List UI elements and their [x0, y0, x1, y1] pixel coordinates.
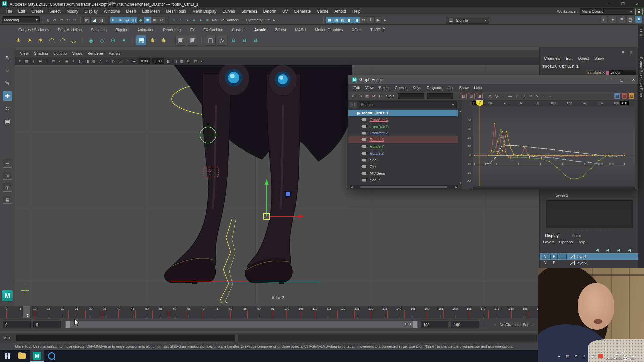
graph-editor-menu-show[interactable]: Show [456, 86, 471, 90]
graph-editor-mode-icon[interactable]: ▦ [614, 93, 620, 99]
select-hierarchy-icon[interactable]: ◩ [83, 16, 91, 24]
shelf-tab-sculpting[interactable]: Sculpting [87, 26, 111, 34]
menu-item-deform[interactable]: Deform [260, 9, 279, 14]
shelf-tab-custom[interactable]: Custom [228, 26, 250, 34]
fixed-tangent-icon[interactable]: ↘ [534, 93, 540, 99]
keyframe-dot[interactable] [573, 155, 574, 156]
keyframe-dot[interactable] [517, 156, 518, 158]
animation-start-field[interactable]: 0 [3, 321, 31, 328]
unify-tangent-icon[interactable]: ⌄ [547, 93, 553, 99]
stacked-view-icon[interactable]: ◫ [468, 93, 475, 99]
keyframe-dot[interactable] [497, 140, 498, 142]
tiny-asterisk-icon[interactable]: ∗ [204, 17, 211, 23]
timeline-keyframe-tick[interactable] [102, 310, 102, 319]
keyframe-dot[interactable] [560, 155, 562, 157]
curve-plot-area[interactable] [473, 106, 635, 186]
keyframe-dot[interactable] [527, 154, 529, 155]
shelf-tab-fx[interactable]: FX [185, 26, 199, 34]
keyframe-dot[interactable] [493, 151, 495, 152]
viewport-22-icon[interactable]: ▦ [179, 58, 185, 64]
keyframe-dot[interactable] [538, 147, 540, 149]
absolute-view-icon[interactable]: ◧ [460, 93, 467, 99]
viewport-menu-renderer[interactable]: Renderer [85, 51, 106, 55]
expand-arrow-icon[interactable]: ▸ [271, 17, 277, 23]
keyframe-dot[interactable] [546, 148, 547, 150]
shelf-tab-xgen[interactable]: XGen [347, 26, 366, 34]
render-sequence-icon[interactable]: ◨ [353, 17, 360, 23]
lighting-icon[interactable]: ◧ [77, 58, 84, 64]
new-empty-layer-icon[interactable]: ◀ [615, 247, 622, 253]
keyframe-dot[interactable] [586, 155, 587, 156]
menu-item-mesh-tools[interactable]: Mesh Tools [163, 9, 189, 14]
keyframe-dot[interactable] [529, 155, 530, 157]
timeline-keyframe-tick[interactable] [186, 310, 186, 319]
ipr-frame-icon[interactable]: ▢ [205, 35, 216, 46]
snap-grid-icon[interactable]: ⊞ [110, 17, 117, 23]
command-line-label[interactable]: MEL [3, 336, 13, 340]
highlight-icon[interactable]: ⊘ [158, 16, 165, 24]
menu-item-select[interactable]: Select [46, 9, 63, 14]
keyframe-dot[interactable] [578, 152, 579, 153]
keyframe-dot[interactable] [524, 146, 525, 148]
keyframe-dot[interactable] [598, 163, 600, 165]
lock-selection-icon[interactable]: ▣ [151, 16, 158, 24]
outliner-horizontal-scrollbar[interactable]: ◀▶ [350, 185, 458, 189]
attribute-spread-icon[interactable]: ≣ [618, 16, 625, 23]
tree-item-mid-bend[interactable]: Mid Bend [348, 170, 458, 177]
move-nearest-key-icon[interactable]: ⇤ [351, 93, 357, 99]
keyframe-dot[interactable] [609, 163, 611, 165]
viewport-menu-panels[interactable]: Panels [106, 51, 123, 55]
panel-grip-dots[interactable]: · · · · · · · · · · [560, 229, 620, 232]
keyframe-dot[interactable] [489, 162, 491, 164]
plateau-tangent-icon[interactable]: ∪ [521, 93, 527, 99]
viewport-menu-show[interactable]: Show [69, 51, 85, 55]
shelf-tab-fx-caching[interactable]: FX Caching [199, 26, 228, 34]
new-layer-selected-icon[interactable]: ◀ [626, 247, 632, 253]
keyframe-dot[interactable] [518, 155, 519, 156]
timeline-keyframe-tick[interactable] [85, 310, 86, 319]
tool-settings-tab-icon[interactable]: ▥ [639, 32, 643, 37]
keyframe-dot[interactable] [502, 150, 503, 152]
viewport-menu-lighting[interactable]: Lighting [51, 51, 69, 55]
filter-icon[interactable]: ⌸ [350, 101, 357, 108]
menu-item-cache[interactable]: Cache [314, 9, 331, 14]
render-view-icon[interactable]: ▣ [175, 35, 186, 46]
layer-playback-toggle[interactable]: P [550, 260, 558, 266]
keyframe-dot[interactable] [579, 155, 581, 156]
keyframe-dot[interactable] [590, 168, 592, 169]
channel-box-menu-show[interactable]: Show [592, 56, 606, 60]
select-camera-icon[interactable]: ▾ [17, 58, 23, 64]
range-slider-right-handle[interactable] [413, 321, 417, 328]
keyframe-dot[interactable] [608, 155, 609, 156]
timeline-keyframe-tick[interactable] [488, 310, 489, 319]
stats-value-field[interactable] [427, 93, 453, 99]
keyframe-dot[interactable] [489, 155, 491, 156]
pause-viewport-icon[interactable]: ‖ [367, 16, 374, 24]
anim-curve-green-peak-dip[interactable] [474, 130, 624, 179]
tree-item-rotate-x[interactable]: Rotate X [348, 136, 458, 143]
keyframe-dot[interactable] [564, 159, 566, 160]
keyframe-dot[interactable] [545, 155, 546, 157]
keyframe-dot[interactable] [500, 129, 502, 130]
keyframe-dot[interactable] [541, 156, 542, 158]
keyframe-dot[interactable] [488, 155, 489, 156]
move-tool-icon[interactable]: ✚ [3, 91, 12, 101]
keyframe-dot[interactable] [583, 175, 584, 177]
search-input[interactable]: Search... ▾ [359, 101, 457, 108]
keyframe-dot[interactable] [556, 167, 558, 168]
graph-editor-menu-help[interactable]: Help [471, 86, 485, 90]
spline-tangent-icon[interactable]: ⋀ [487, 93, 493, 99]
depth-of-field-icon[interactable]: ▷ [111, 58, 117, 64]
mel-input-field[interactable] [16, 335, 235, 341]
arnold-render-icon[interactable]: ▦ [136, 35, 146, 45]
playback-start-field[interactable]: 0 [33, 321, 61, 328]
linear-tangent-icon[interactable]: ~ [500, 93, 506, 99]
arnold-volume-icon[interactable]: ◇ [97, 35, 107, 45]
symmetry-label[interactable]: Symmetry: Off [246, 18, 269, 22]
shelf-tab-rendering[interactable]: Rendering [159, 26, 185, 34]
keyframe-dot[interactable] [507, 145, 508, 146]
hypershade-icon[interactable]: ◧ [346, 17, 353, 23]
keyframe-dot[interactable] [474, 155, 475, 156]
timeline-keyframe-tick[interactable] [337, 310, 338, 319]
move-layer-down-icon[interactable]: ◀ [605, 247, 611, 253]
